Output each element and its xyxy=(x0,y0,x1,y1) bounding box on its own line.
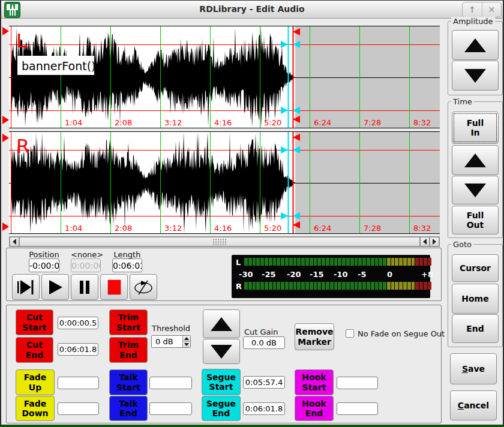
scroll-left-button-2[interactable] xyxy=(420,237,430,246)
no-fade-checkbox[interactable] xyxy=(346,329,354,338)
time-zoom-out-button[interactable] xyxy=(452,176,499,205)
time-full-in-button[interactable]: Full In xyxy=(452,112,499,144)
cut-start-marker-icon xyxy=(2,27,9,35)
cancel-button[interactable]: Cancel xyxy=(450,390,497,420)
play-from-start-button[interactable] xyxy=(12,274,40,300)
close-icon: ✕ xyxy=(488,5,495,14)
time-full-out-button[interactable]: Full Out xyxy=(452,206,499,234)
fade-down-field[interactable] xyxy=(58,402,99,415)
meter-segment xyxy=(358,258,362,266)
cut-gain-field[interactable] xyxy=(243,336,285,349)
meter-segment xyxy=(338,258,341,266)
goto-home-button[interactable]: Home xyxy=(452,284,499,314)
cut-start-field[interactable] xyxy=(58,317,98,329)
meter-segment xyxy=(355,258,358,266)
pause-icon xyxy=(74,279,95,296)
time-label: 5:20 xyxy=(264,118,281,127)
waveform-scrollbar[interactable] xyxy=(9,236,440,247)
meter-segment xyxy=(330,282,334,290)
cut-end-button[interactable]: Cut End xyxy=(16,337,53,363)
spin-down-button[interactable] xyxy=(183,341,190,347)
time-label: 8:32 xyxy=(413,224,431,233)
time-zoom-in-button[interactable] xyxy=(452,145,499,175)
gain-up-button[interactable] xyxy=(203,309,240,338)
segue-start-button[interactable]: Segue Start xyxy=(202,369,241,395)
audio-level-meter: L R -30-25-20-15-10-50+8 xyxy=(232,255,430,298)
scroll-left-icon xyxy=(423,239,427,245)
trim-end-button[interactable]: Trim End xyxy=(109,337,148,363)
save-button-label: Save xyxy=(462,364,485,374)
play-button[interactable] xyxy=(41,274,69,300)
scroll-left-button[interactable] xyxy=(10,237,19,246)
gain-down-button[interactable] xyxy=(203,339,240,364)
titlebar: RDLibrary - Edit Audio ↑ ✕ xyxy=(1,1,503,19)
talk-start-button[interactable]: Talk Start xyxy=(109,369,148,395)
cut-start-button[interactable]: Cut Start xyxy=(16,309,53,335)
meter-segment xyxy=(428,282,431,290)
meter-segment xyxy=(322,258,325,266)
cut-end-field[interactable] xyxy=(58,343,98,356)
meter-segment xyxy=(395,258,398,266)
fade-down-button[interactable]: Fade Down xyxy=(16,396,55,421)
time-group-title: Time xyxy=(451,97,474,106)
hook-end-field[interactable] xyxy=(337,402,378,415)
spin-down-icon xyxy=(184,343,189,346)
loop-button[interactable] xyxy=(130,274,157,300)
waveform-left-channel[interactable]: 1:042:083:124:165:206:247:288:32LbannerF… xyxy=(9,26,440,128)
meter-segment xyxy=(273,258,277,266)
down-arrow-icon xyxy=(464,69,486,83)
play-icon xyxy=(45,279,65,296)
goto-end-button[interactable]: End xyxy=(452,314,499,343)
fade-up-field[interactable] xyxy=(58,377,99,389)
meter-segment xyxy=(293,258,297,266)
remove-marker-button[interactable]: Remove Marker xyxy=(295,323,334,350)
goto-group: Goto Cursor Home End xyxy=(448,244,503,347)
meter-segment xyxy=(289,282,293,290)
meter-segment xyxy=(383,258,386,266)
segue-end-field[interactable] xyxy=(243,402,285,415)
talk-end-button[interactable]: Talk End xyxy=(109,396,148,421)
position-field[interactable] xyxy=(29,258,59,272)
fade-up-button[interactable]: Fade Up xyxy=(16,369,55,395)
close-button[interactable]: ✕ xyxy=(482,2,502,17)
shade-icon: ↑ xyxy=(469,5,476,14)
save-button[interactable]: Save xyxy=(450,353,497,384)
meter-segment xyxy=(253,258,256,266)
cut-start-marker-icon xyxy=(2,134,9,142)
stop-button[interactable] xyxy=(100,274,128,300)
hook-start-field[interactable] xyxy=(337,377,378,389)
length-field[interactable] xyxy=(112,258,142,272)
trim-start-button[interactable]: Trim Start xyxy=(109,309,148,335)
meter-segment xyxy=(260,282,264,290)
channel-label: R xyxy=(16,135,29,158)
goto-cursor-button[interactable]: Cursor xyxy=(452,254,499,282)
hook-start-button[interactable]: Hook Start xyxy=(295,369,334,395)
meter-segment xyxy=(367,258,370,266)
scroll-right-button[interactable] xyxy=(430,237,439,246)
hook-end-button[interactable]: Hook End xyxy=(295,396,334,421)
shade-button[interactable]: ↑ xyxy=(463,2,482,17)
segue-start-field[interactable] xyxy=(243,376,285,389)
meter-segment xyxy=(342,258,346,266)
meter-segment xyxy=(317,258,321,266)
threshold-spinbox[interactable]: 0 dB xyxy=(151,335,191,348)
amplitude-down-button[interactable] xyxy=(452,61,499,91)
talk-start-field[interactable] xyxy=(149,377,192,389)
spin-up-button[interactable] xyxy=(183,336,190,341)
time-label: 3:12 xyxy=(164,224,182,233)
meter-segment xyxy=(419,258,423,266)
meter-segment xyxy=(350,282,354,290)
meter-scale-label: -15 xyxy=(310,270,324,279)
waveform-right-channel[interactable]: 1:042:083:124:165:206:247:288:32R xyxy=(9,131,440,234)
talk-end-field[interactable] xyxy=(149,402,192,415)
meter-segment xyxy=(342,282,346,290)
meter-scale-label: +8 xyxy=(421,270,433,279)
meter-segment xyxy=(371,282,374,290)
amplitude-up-button[interactable] xyxy=(452,30,499,60)
pause-button[interactable] xyxy=(71,274,98,300)
scrollbar-thumb[interactable] xyxy=(19,237,420,246)
meter-segment xyxy=(330,258,334,266)
segue-end-button[interactable]: Segue End xyxy=(202,396,241,421)
time-label: 2:08 xyxy=(115,118,132,127)
threshold-spin-buttons xyxy=(182,336,190,347)
